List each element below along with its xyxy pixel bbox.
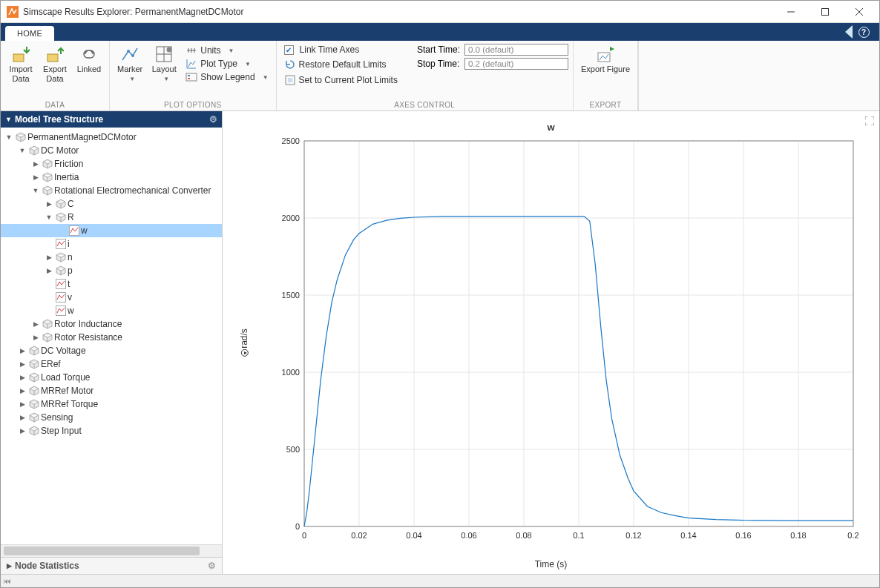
- svg-text:0.14: 0.14: [680, 531, 696, 540]
- tree-row[interactable]: v: [1, 291, 222, 304]
- tree-expander[interactable]: ▶: [44, 200, 54, 208]
- node-icon: [56, 265, 66, 276]
- marker-button[interactable]: Marker ▼: [114, 44, 145, 84]
- show-legend-button[interactable]: Show Legend▼: [183, 70, 271, 84]
- node-icon: [16, 132, 26, 142]
- close-button[interactable]: [842, 1, 876, 22]
- tree-row[interactable]: t: [1, 277, 222, 291]
- collapse-icon[interactable]: ⏮: [4, 577, 11, 585]
- node-icon: [29, 412, 39, 423]
- svg-text:1000: 1000: [282, 368, 300, 377]
- tree-expander[interactable]: ▶: [30, 334, 41, 341]
- svg-text:2500: 2500: [282, 136, 300, 145]
- node-statistics-header[interactable]: ▶ Node Statistics ⚙: [1, 557, 222, 574]
- sidebar-header: ▼ Model Tree Structure ⚙: [1, 111, 222, 128]
- node-icon: [29, 426, 39, 436]
- tree-expander[interactable]: ▼: [44, 214, 54, 221]
- tree-row[interactable]: ▶C: [1, 197, 222, 211]
- tree-row[interactable]: w: [1, 304, 222, 317]
- import-data-button[interactable]: ImportData: [5, 44, 36, 83]
- tree-label: Rotational Electromechanical Converter: [54, 185, 211, 196]
- tree-row[interactable]: ▶Inertia: [1, 171, 222, 184]
- units-button[interactable]: Units▼: [183, 44, 271, 57]
- tree-expander[interactable]: ▶: [17, 360, 27, 368]
- svg-text:0.06: 0.06: [461, 531, 476, 540]
- tree-expander[interactable]: ▶: [30, 160, 41, 168]
- tree-expander[interactable]: ▶: [17, 427, 27, 435]
- tree-row[interactable]: ▶Rotor Resistance: [1, 331, 222, 344]
- tree-expander[interactable]: ▼: [4, 133, 14, 141]
- minimize-button[interactable]: [774, 1, 808, 22]
- tree-row[interactable]: ▶Rotor Inductance: [1, 317, 222, 331]
- chart-svg: 00.020.040.060.080.10.120.140.160.180.20…: [282, 133, 861, 549]
- tree-row[interactable]: ▶p: [1, 264, 222, 277]
- tree-expander[interactable]: ▼: [17, 147, 27, 154]
- tree-row[interactable]: ▶Sensing: [1, 411, 222, 424]
- tree-row[interactable]: ▼PermanentMagnetDCMotor: [1, 131, 222, 144]
- tree-row[interactable]: ▶Load Torque: [1, 371, 222, 384]
- tree-label: v: [68, 292, 72, 303]
- tree-row[interactable]: w: [1, 224, 222, 237]
- start-time-input[interactable]: [464, 44, 568, 56]
- start-time-label: Start Time:: [417, 44, 460, 55]
- signal-icon: [56, 239, 66, 249]
- link-time-axes-checkbox[interactable]: ✔Link Time Axes: [281, 44, 401, 56]
- export-figure-button[interactable]: Export Figure: [578, 44, 633, 74]
- tree[interactable]: ▼PermanentMagnetDCMotor▼DC Motor▶Frictio…: [1, 128, 222, 544]
- svg-text:0.1: 0.1: [573, 531, 584, 540]
- tree-expander[interactable]: ▶: [30, 320, 41, 328]
- stop-time-input[interactable]: [464, 58, 568, 70]
- tree-row[interactable]: ▼Rotational Electromechanical Converter: [1, 184, 222, 197]
- tree-expander[interactable]: ▶: [30, 174, 41, 181]
- gear-icon[interactable]: ⚙: [208, 561, 216, 571]
- tree-row[interactable]: ▶MRRef Torque: [1, 397, 222, 411]
- svg-text:1500: 1500: [282, 291, 300, 300]
- export-data-button[interactable]: ExportData: [39, 44, 70, 83]
- tree-row[interactable]: ▶n: [1, 251, 222, 264]
- tree-scrollbar[interactable]: [1, 544, 222, 557]
- tree-expander[interactable]: ▶: [17, 387, 27, 394]
- tree-row[interactable]: i: [1, 237, 222, 251]
- node-icon: [42, 172, 53, 182]
- node-icon: [42, 332, 53, 343]
- tree-expander[interactable]: ▶: [44, 267, 54, 274]
- tree-label: Inertia: [54, 172, 79, 182]
- help-button[interactable]: ?: [853, 25, 875, 39]
- tree-row[interactable]: ▼R: [1, 211, 222, 224]
- export-icon: [46, 45, 64, 63]
- set-current-limits-button[interactable]: Set to Current Plot Limits: [281, 73, 401, 87]
- chart-title: w: [223, 122, 879, 133]
- svg-rect-2: [822, 8, 829, 15]
- tree-expander[interactable]: ▶: [44, 254, 54, 261]
- tab-home[interactable]: HOME: [5, 26, 54, 41]
- tree-row[interactable]: ▶ERef: [1, 357, 222, 371]
- layout-icon: [155, 45, 173, 63]
- tree-label: DC Voltage: [41, 346, 86, 356]
- marker-icon: [121, 45, 139, 63]
- stop-time-label: Stop Time:: [417, 59, 460, 69]
- tree-expander[interactable]: ▼: [30, 187, 41, 194]
- tree-label: PermanentMagnetDCMotor: [27, 132, 137, 142]
- tree-label: Rotor Resistance: [54, 332, 122, 343]
- svg-text:0.12: 0.12: [625, 531, 641, 540]
- gear-icon[interactable]: ⚙: [209, 114, 217, 125]
- tree-expander[interactable]: ▶: [17, 400, 27, 408]
- tree-row[interactable]: ▶DC Voltage: [1, 344, 222, 357]
- ribbon-group-plot-options: Marker ▼ Layout ▼ Units▼ Plot Type▼ Show…: [110, 41, 277, 110]
- signal-icon: [56, 305, 66, 316]
- tree-expander[interactable]: ▶: [17, 374, 27, 381]
- ribbon-group-axes-control: ✔Link Time Axes Restore Default Limits S…: [277, 41, 574, 110]
- plot-type-button[interactable]: Plot Type▼: [183, 57, 271, 70]
- tree-row[interactable]: ▶MRRef Motor: [1, 384, 222, 397]
- tree-row[interactable]: ▼DC Motor: [1, 144, 222, 157]
- restore-limits-button[interactable]: Restore Default Limits: [281, 58, 401, 71]
- maximize-button[interactable]: [808, 1, 842, 22]
- tree-row[interactable]: ▶Friction: [1, 157, 222, 171]
- layout-button[interactable]: Layout ▼: [148, 44, 180, 84]
- legend-icon: [185, 71, 197, 83]
- tree-row[interactable]: ▶Step Input: [1, 424, 222, 437]
- linked-button[interactable]: Linked: [73, 44, 105, 83]
- tree-expander[interactable]: ▶: [17, 414, 27, 421]
- tree-expander[interactable]: ▶: [17, 347, 27, 354]
- chevron-down-icon[interactable]: ▼: [5, 116, 12, 123]
